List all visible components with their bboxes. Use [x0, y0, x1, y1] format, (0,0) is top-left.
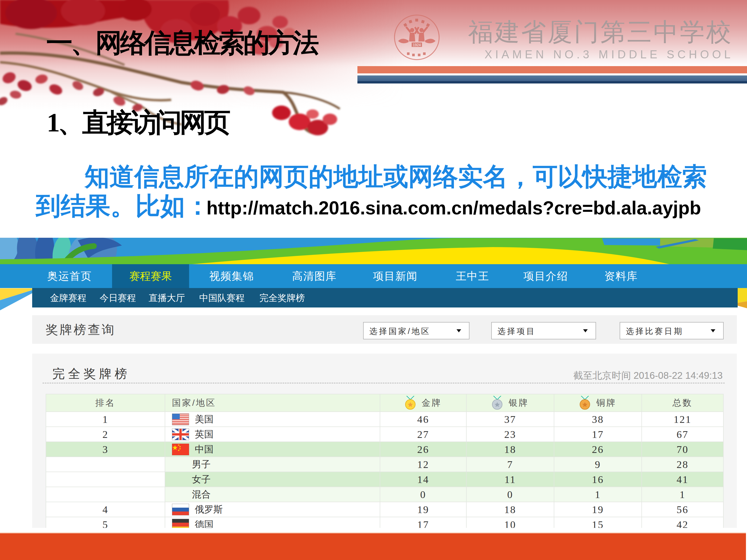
- svg-text:1924: 1924: [413, 43, 421, 47]
